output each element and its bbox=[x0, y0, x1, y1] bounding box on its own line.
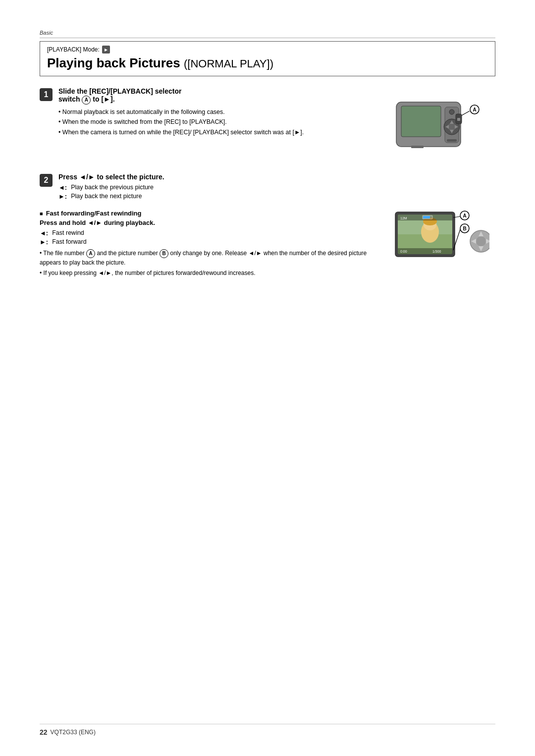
step1-indent-2: When the camera is turned on while the [… bbox=[58, 128, 304, 137]
fast-fwd-left: Fast forwarding/Fast rewinding Press and… bbox=[40, 210, 376, 279]
step2-content: Press ◄/► to select the picture. ◄: Play… bbox=[58, 173, 164, 202]
fast-fwd-right: 12M 0:00 1/300 A B bbox=[386, 210, 495, 279]
section-label: Basic bbox=[40, 30, 495, 36]
main-title-suffix: ([NORMAL PLAY]) bbox=[184, 57, 273, 70]
step1-area: 1 Slide the [REC]/[PLAYBACK] selectorswi… bbox=[40, 87, 495, 164]
step1-bullets: Normal playback is set automatically in … bbox=[58, 108, 304, 117]
right-arrow-sym-1: ►: bbox=[58, 193, 67, 200]
svg-rect-26 bbox=[423, 216, 430, 218]
svg-text:12M: 12M bbox=[400, 216, 407, 220]
label-a-note: A bbox=[86, 249, 95, 258]
step1-left: 1 Slide the [REC]/[PLAYBACK] selectorswi… bbox=[40, 87, 376, 164]
fast-fwd-note-2: If you keep pressing ◄/►, the number of … bbox=[40, 269, 376, 277]
step2-item-2-text: Play back the next picture bbox=[71, 193, 142, 200]
svg-point-9 bbox=[449, 109, 454, 114]
fast-rewind-text: Fast rewind bbox=[52, 229, 84, 236]
svg-text:A: A bbox=[463, 213, 466, 218]
footer-line: 22 VQT2G33 (ENG) bbox=[40, 728, 495, 736]
step2-item-1: ◄: Play back the previous picture bbox=[58, 184, 164, 191]
svg-line-14 bbox=[461, 111, 470, 116]
label-a: A bbox=[82, 96, 91, 105]
step1-heading: Slide the [REC]/[PLAYBACK] selectorswitc… bbox=[58, 87, 304, 105]
fast-fwd-section: Fast forwarding/Fast rewinding Press and… bbox=[40, 210, 495, 279]
fast-forward-text: Fast forward bbox=[52, 238, 86, 245]
step1-right: A bbox=[386, 87, 495, 164]
svg-rect-1 bbox=[401, 106, 441, 137]
playback-illustration: 12M 0:00 1/300 A B bbox=[393, 210, 489, 273]
svg-text:A: A bbox=[473, 107, 476, 112]
page-number: 22 bbox=[40, 728, 48, 736]
step2-inner-block: 2 Press ◄/► to select the picture. ◄: Pl… bbox=[40, 173, 495, 202]
step1-indent-list: When the mode is switched from the [REC]… bbox=[58, 117, 304, 137]
svg-rect-10 bbox=[447, 139, 457, 142]
camera-illustration: A bbox=[391, 92, 490, 164]
playback-mode-line: [PLAYBACK] Mode: bbox=[47, 46, 488, 54]
svg-text:0:00: 0:00 bbox=[400, 250, 407, 253]
footer: 22 VQT2G33 (ENG) bbox=[40, 704, 495, 736]
fast-rewind-item: ◄: Fast rewind bbox=[40, 229, 376, 237]
step1-content: Slide the [REC]/[PLAYBACK] selectorswitc… bbox=[58, 87, 304, 138]
svg-point-4 bbox=[448, 123, 456, 131]
right-arrow-sym-fast: ►: bbox=[40, 238, 48, 246]
page: Basic [PLAYBACK] Mode: Playing back Pict… bbox=[0, 0, 535, 756]
step2-block: 2 Press ◄/► to select the picture. ◄: Pl… bbox=[40, 173, 495, 202]
svg-rect-11 bbox=[411, 146, 424, 148]
step2-heading: Press ◄/► to select the picture. bbox=[58, 173, 164, 181]
playback-mode-icon bbox=[102, 46, 110, 54]
footer-rule bbox=[40, 724, 495, 724]
svg-rect-16 bbox=[457, 118, 460, 121]
fast-fwd-notes: The file number A and the picture number… bbox=[40, 249, 376, 277]
fast-fwd-title: Fast forwarding/Fast rewinding bbox=[40, 210, 376, 217]
main-title: Playing back Pictures ([NORMAL PLAY]) bbox=[47, 55, 488, 71]
fast-fwd-note-1: The file number A and the picture number… bbox=[40, 249, 376, 267]
left-arrow-sym-fast: ◄: bbox=[40, 229, 48, 237]
step1-indent-1: When the mode is switched from the [REC]… bbox=[58, 117, 304, 127]
title-box: [PLAYBACK] Mode: Playing back Pictures (… bbox=[40, 41, 495, 76]
step2-item-1-text: Play back the previous picture bbox=[71, 184, 154, 191]
svg-point-37 bbox=[476, 236, 486, 246]
label-b-note: B bbox=[160, 249, 168, 258]
step1-block: 1 Slide the [REC]/[PLAYBACK] selectorswi… bbox=[40, 87, 376, 138]
press-hold-line: Press and hold ◄/► during playback. bbox=[40, 219, 376, 226]
playback-mode-label: [PLAYBACK] Mode: bbox=[47, 46, 100, 53]
step1-number: 1 bbox=[40, 88, 53, 101]
step2-item-2: ►: Play back the next picture bbox=[58, 193, 164, 200]
svg-text:1/300: 1/300 bbox=[432, 250, 441, 253]
step2-number: 2 bbox=[40, 174, 53, 187]
fast-forward-item: ►: Fast forward bbox=[40, 238, 376, 246]
top-rule bbox=[40, 38, 495, 38]
step1-bullet-1: Normal playback is set automatically in … bbox=[58, 108, 304, 117]
svg-text:B: B bbox=[463, 226, 466, 231]
product-code: VQT2G33 (ENG) bbox=[51, 729, 96, 736]
left-arrow-sym-1: ◄: bbox=[58, 184, 67, 191]
